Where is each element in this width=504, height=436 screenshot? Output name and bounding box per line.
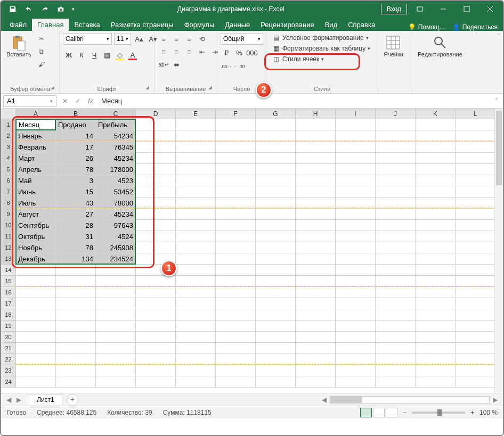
cell[interactable]: [216, 376, 256, 388]
cell[interactable]: [176, 186, 216, 198]
cell[interactable]: [296, 265, 336, 276]
cell[interactable]: [296, 287, 336, 298]
tab-home[interactable]: Главная: [32, 19, 69, 31]
cell[interactable]: [376, 343, 416, 354]
copy-icon[interactable]: ⧉: [36, 46, 47, 57]
cell[interactable]: [296, 276, 336, 287]
cell[interactable]: [416, 298, 456, 309]
cell[interactable]: [456, 253, 495, 265]
cell[interactable]: 27: [56, 209, 96, 220]
cell[interactable]: [96, 298, 136, 309]
cell[interactable]: [216, 287, 256, 298]
italic-button[interactable]: К: [76, 49, 87, 61]
cell[interactable]: [176, 253, 216, 265]
cell[interactable]: [416, 198, 456, 209]
cell[interactable]: 4523: [96, 175, 136, 186]
cell[interactable]: [376, 142, 416, 153]
row-header[interactable]: 7: [1, 186, 16, 198]
cell[interactable]: [136, 320, 176, 332]
cell[interactable]: [456, 220, 495, 231]
cell[interactable]: [176, 119, 216, 130]
cell[interactable]: [176, 164, 216, 175]
cell[interactable]: [336, 175, 376, 186]
column-header[interactable]: G: [256, 109, 296, 119]
format-painter-icon[interactable]: 🖌: [36, 59, 47, 70]
vertical-scrollbar[interactable]: [494, 109, 503, 393]
view-page-layout-icon[interactable]: [373, 408, 385, 417]
cell[interactable]: [256, 220, 296, 231]
cell[interactable]: 17: [56, 142, 96, 153]
cell[interactable]: [376, 175, 416, 186]
cell[interactable]: [216, 220, 256, 231]
cell[interactable]: [336, 343, 376, 354]
cell[interactable]: Апрель: [16, 164, 56, 175]
cell[interactable]: [456, 298, 495, 309]
cell[interactable]: [296, 130, 336, 142]
column-header[interactable]: I: [336, 109, 376, 119]
cell[interactable]: [256, 287, 296, 298]
minimize-icon[interactable]: [433, 1, 454, 17]
cell[interactable]: [456, 287, 495, 298]
cell[interactable]: [136, 242, 176, 253]
cell[interactable]: 78000: [96, 198, 136, 209]
cell[interactable]: [16, 298, 56, 309]
cell[interactable]: [256, 332, 296, 343]
row-header[interactable]: 8: [1, 198, 16, 209]
cell[interactable]: [376, 298, 416, 309]
row-header[interactable]: 6: [1, 175, 16, 186]
cell[interactable]: [296, 332, 336, 343]
cell[interactable]: [176, 265, 216, 276]
increase-font-icon[interactable]: A▴: [133, 33, 145, 45]
cell[interactable]: Ноябрь: [16, 242, 56, 253]
cell[interactable]: [456, 354, 495, 365]
view-page-break-icon[interactable]: [386, 408, 397, 417]
row-header[interactable]: 2: [1, 130, 16, 142]
cell[interactable]: [256, 142, 296, 153]
row-header[interactable]: 22: [1, 354, 16, 365]
add-sheet-button[interactable]: +: [67, 394, 78, 406]
camera-icon[interactable]: [53, 3, 68, 15]
expand-formula-bar-icon[interactable]: ˇ: [490, 95, 503, 107]
cell[interactable]: [456, 320, 495, 332]
zoom-slider-thumb[interactable]: [437, 409, 442, 416]
row-header[interactable]: 10: [1, 220, 16, 231]
cell[interactable]: 54234: [96, 130, 136, 142]
cell[interactable]: [256, 186, 296, 198]
cell[interactable]: [56, 354, 96, 365]
column-header[interactable]: J: [376, 109, 416, 119]
cell[interactable]: [176, 142, 216, 153]
cell[interactable]: [136, 365, 176, 376]
cell[interactable]: [256, 265, 296, 276]
cell[interactable]: [256, 376, 296, 388]
hscroll-right-icon[interactable]: ▶: [493, 396, 498, 404]
cell[interactable]: [136, 231, 176, 242]
cell[interactable]: [416, 142, 456, 153]
cell[interactable]: [216, 186, 256, 198]
cell[interactable]: [376, 198, 416, 209]
cell[interactable]: [296, 253, 336, 265]
cell[interactable]: [336, 365, 376, 376]
cell[interactable]: [296, 231, 336, 242]
select-all-corner[interactable]: [1, 109, 16, 119]
cell[interactable]: [456, 186, 495, 198]
cut-icon[interactable]: ✂: [36, 33, 47, 45]
name-box[interactable]: A1▾: [3, 95, 56, 107]
cell[interactable]: Месяц: [16, 119, 56, 130]
cell[interactable]: [136, 220, 176, 231]
cell[interactable]: Июль: [16, 198, 56, 209]
font-size-combo[interactable]: 11▾: [114, 33, 131, 45]
cell[interactable]: Декабрь: [16, 253, 56, 265]
font-color-icon[interactable]: A: [127, 49, 139, 61]
tell-me[interactable]: 💡 Помощ...: [408, 23, 445, 31]
cell[interactable]: [136, 354, 176, 365]
cell[interactable]: [296, 298, 336, 309]
cell[interactable]: [336, 298, 376, 309]
redo-icon[interactable]: [37, 3, 52, 15]
save-icon[interactable]: [5, 3, 20, 15]
cell[interactable]: [216, 209, 256, 220]
cell[interactable]: [216, 265, 256, 276]
cell[interactable]: [96, 287, 136, 298]
cell[interactable]: [56, 309, 96, 320]
cell[interactable]: [336, 198, 376, 209]
cell[interactable]: [376, 265, 416, 276]
